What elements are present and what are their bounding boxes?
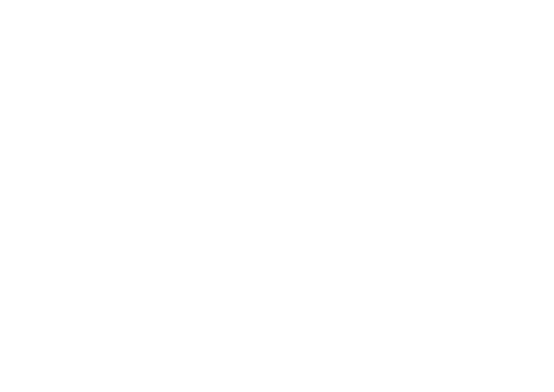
- body: [30, 29, 536, 362]
- compatibility-grid: [30, 29, 148, 362]
- grid-tracks: [30, 43, 148, 362]
- manual-page: [0, 0, 554, 373]
- feature-rows: [148, 29, 536, 46]
